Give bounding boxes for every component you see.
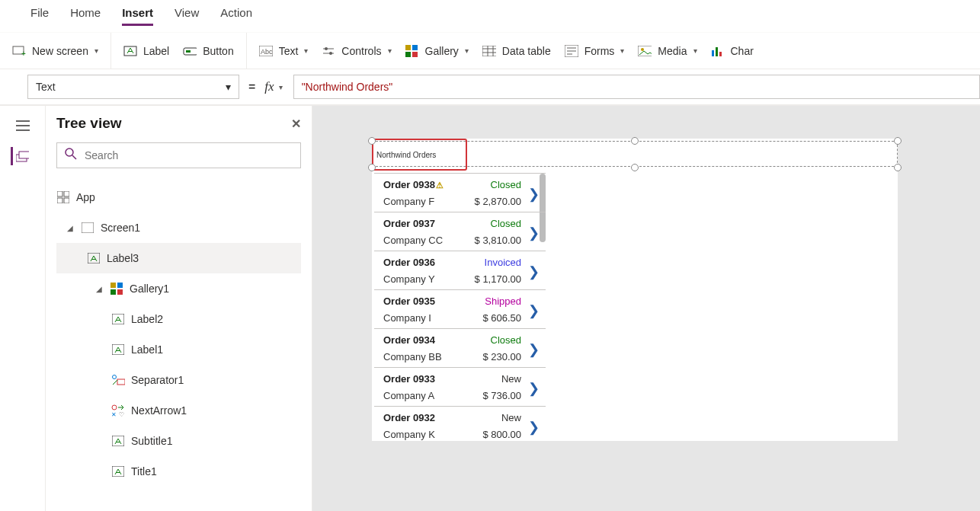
tree-item-label3-label: Label3 xyxy=(107,252,139,264)
insert-datatable-label: Data table xyxy=(502,45,551,57)
menu-action[interactable]: Action xyxy=(220,6,252,26)
gallery-item[interactable]: Order 0934Company BBClosed$ 230.00❯ xyxy=(374,329,546,368)
order-price: $ 800.00 xyxy=(482,429,521,440)
tree-item-label1[interactable]: Label1 xyxy=(56,334,301,365)
menu-home[interactable]: Home xyxy=(70,6,101,26)
resize-handle[interactable] xyxy=(894,164,902,171)
chevron-down-icon: ▾ xyxy=(94,46,98,55)
svg-rect-4 xyxy=(186,50,191,53)
svg-rect-38 xyxy=(57,198,62,203)
tree-item-gallery1[interactable]: ◢ Gallery1 xyxy=(56,273,301,304)
canvas-gallery[interactable]: Order 0938⚠Company FClosed$ 2,870.00❯Ord… xyxy=(374,173,546,441)
insert-forms-button[interactable]: Forms ▾ xyxy=(565,44,625,58)
gallery-item[interactable]: Order 0937Company CCClosed$ 3,810.00❯ xyxy=(374,212,546,251)
property-selector[interactable]: Text ▾ xyxy=(27,75,239,99)
tree-item-label2[interactable]: Label2 xyxy=(56,304,301,334)
insert-text-button[interactable]: Abc Text ▾ xyxy=(259,44,309,58)
formula-input[interactable]: "Northwind Orders" xyxy=(293,75,980,99)
svg-rect-40 xyxy=(82,222,94,233)
gallery-item[interactable]: Order 0932Company KNew$ 800.00❯ xyxy=(374,407,546,441)
insert-controls-button[interactable]: Controls ▾ xyxy=(322,44,391,58)
tree-item-screen1[interactable]: ◢ Screen1 xyxy=(56,212,301,243)
canvas-label3[interactable]: Northwind Orders xyxy=(376,151,436,159)
chevron-right-icon[interactable]: ❯ xyxy=(528,186,540,203)
tree-search-input[interactable] xyxy=(85,149,293,161)
resize-handle[interactable] xyxy=(368,137,376,145)
svg-text:Abc: Abc xyxy=(261,48,273,56)
svg-rect-36 xyxy=(57,191,62,196)
canvas[interactable]: Northwind Orders Order 0938⚠Company FClo… xyxy=(312,106,980,511)
insert-label-button[interactable]: Label xyxy=(123,44,169,58)
collapse-icon[interactable]: ◢ xyxy=(67,224,75,232)
tree-item-app[interactable]: App xyxy=(56,182,301,212)
collapse-icon[interactable]: ◢ xyxy=(96,285,104,293)
svg-rect-39 xyxy=(64,198,69,203)
insert-button-button[interactable]: Button xyxy=(183,44,233,58)
new-screen-button[interactable]: + New screen ▾ xyxy=(12,44,98,58)
order-company: Company K xyxy=(383,429,435,440)
svg-rect-43 xyxy=(117,283,123,288)
svg-point-50 xyxy=(112,405,117,410)
insert-button-text: Button xyxy=(203,45,233,57)
menu-view[interactable]: View xyxy=(175,6,199,26)
tree-item-app-label: App xyxy=(76,191,95,203)
insert-gallery-button[interactable]: Gallery ▾ xyxy=(405,44,469,58)
tree-search[interactable] xyxy=(56,142,301,168)
svg-rect-33 xyxy=(19,152,29,158)
resize-handle[interactable] xyxy=(631,164,639,171)
hamburger-button[interactable] xyxy=(14,117,32,135)
gallery-item[interactable]: Order 0935Company IShipped$ 606.50❯ xyxy=(374,290,546,329)
tree-view-rail-button[interactable] xyxy=(11,147,29,165)
insert-datatable-button[interactable]: Data table xyxy=(482,44,551,58)
chevron-down-icon: ▾ xyxy=(304,46,308,55)
menu-insert[interactable]: Insert xyxy=(122,6,153,26)
insert-controls-label: Controls xyxy=(341,45,381,57)
svg-rect-45 xyxy=(117,289,123,295)
order-status: Invoiced xyxy=(485,257,521,268)
svg-rect-26 xyxy=(712,50,714,56)
resize-handle[interactable] xyxy=(631,137,639,145)
chevron-right-icon[interactable]: ❯ xyxy=(528,419,540,436)
gallery-item[interactable]: Order 0938⚠Company FClosed$ 2,870.00❯ xyxy=(374,174,546,212)
equals-label: = xyxy=(248,80,255,94)
resize-handle[interactable] xyxy=(368,164,376,171)
svg-rect-47 xyxy=(112,344,124,355)
order-price: $ 3,810.00 xyxy=(475,235,521,246)
gallery-item[interactable]: Order 0936Company YInvoiced$ 1,170.00❯ xyxy=(374,251,546,290)
tree-item-separator1[interactable]: Separator1 xyxy=(56,365,301,395)
chevron-right-icon[interactable]: ❯ xyxy=(528,225,540,241)
chevron-right-icon[interactable]: ❯ xyxy=(528,380,540,397)
chevron-right-icon[interactable]: ❯ xyxy=(528,263,540,280)
nextarrow-icon: ✕♡ xyxy=(111,404,125,417)
order-status: New xyxy=(501,373,521,385)
gallery-icon xyxy=(110,282,123,295)
label-icon xyxy=(111,343,125,356)
fx-button[interactable]: fx ▾ xyxy=(264,79,282,94)
svg-rect-27 xyxy=(716,47,718,56)
order-price: $ 736.00 xyxy=(482,390,521,401)
svg-rect-44 xyxy=(110,289,116,295)
close-tree-button[interactable]: ✕ xyxy=(291,117,301,131)
svg-rect-37 xyxy=(64,191,69,196)
resize-handle[interactable] xyxy=(894,137,902,145)
gallery-icon xyxy=(405,44,419,58)
svg-rect-54 xyxy=(112,466,124,477)
label-icon xyxy=(123,44,137,58)
chevron-right-icon[interactable]: ❯ xyxy=(528,341,540,358)
order-price: $ 1,170.00 xyxy=(475,273,521,285)
insert-charts-button[interactable]: Char xyxy=(711,44,754,58)
order-company: Company CC xyxy=(383,235,443,246)
gallery-item[interactable]: Order 0933Company ANew$ 736.00❯ xyxy=(374,368,546,407)
tree-item-label3[interactable]: Label3 xyxy=(56,243,301,273)
fx-icon: fx xyxy=(264,79,274,94)
tree-item-title1[interactable]: Title1 xyxy=(56,456,301,487)
tree-item-nextarrow1[interactable]: ✕♡ NextArrow1 xyxy=(56,395,301,426)
chevron-right-icon[interactable]: ❯ xyxy=(528,302,540,319)
menu-file[interactable]: File xyxy=(30,6,49,26)
svg-rect-41 xyxy=(88,253,100,263)
order-company: Company I xyxy=(383,312,431,324)
order-company: Company Y xyxy=(383,273,435,285)
insert-media-button[interactable]: Media ▾ xyxy=(638,44,697,58)
svg-text:✕: ✕ xyxy=(111,411,117,417)
tree-item-subtitle1[interactable]: Subtitle1 xyxy=(56,426,301,456)
